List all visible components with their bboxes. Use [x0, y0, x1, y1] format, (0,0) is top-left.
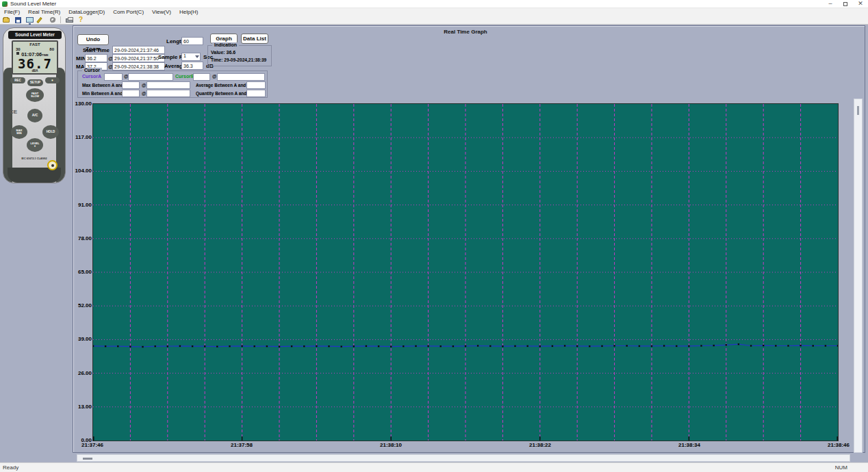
cursor-b-value-field[interactable]	[193, 73, 210, 81]
y-tick-label: 39.00	[74, 336, 92, 342]
title-bar: Sound Level Meter – ✕	[0, 0, 868, 8]
save-icon	[15, 17, 21, 23]
menu-datalogger[interactable]: DataLogger(D)	[64, 8, 109, 16]
y-tick-label: 117.00	[74, 134, 92, 140]
cursor-b-label: CursorB	[175, 74, 194, 79]
menu-com-port[interactable]: Com Port(C)	[109, 8, 148, 16]
max-between-at-symbol: @	[142, 83, 146, 88]
max-between-time-field[interactable]	[146, 81, 190, 89]
menu-file[interactable]: File(F)	[0, 8, 24, 16]
minimize-button[interactable]: –	[823, 0, 838, 8]
sample-rate-value: 1	[183, 53, 186, 58]
indication-time: Time: 29-09-2024,21:38:39	[211, 57, 266, 62]
y-tick-label: 26.00	[74, 370, 92, 376]
vertical-scrollbar[interactable]	[854, 99, 863, 453]
device-hold-button: HOLD	[42, 125, 59, 139]
x-tick-label: 21:37:46	[77, 442, 107, 448]
length-field[interactable]	[181, 37, 203, 45]
max-time-field[interactable]	[112, 62, 165, 70]
device-backlight-button: ✶	[45, 77, 60, 83]
stop-button[interactable]	[48, 16, 58, 24]
cursor-a-value-field[interactable]	[104, 73, 123, 81]
y-tick-label: 130.00	[74, 101, 92, 107]
y-tick-label: 13.00	[74, 404, 92, 410]
menu-help[interactable]: Help(H)	[175, 8, 203, 16]
save-button[interactable]	[13, 16, 23, 24]
device-level-button: LEVEL ▼	[27, 138, 43, 152]
y-tick-label: 52.00	[74, 302, 92, 309]
cursor-b-at-symbol: @	[212, 74, 216, 79]
device-ac-button: A/C	[27, 109, 42, 122]
undo-zoom-button[interactable]: Undo Zoom	[77, 34, 109, 45]
lcd-mode: FAST	[13, 42, 57, 47]
device-slow-label: SLOW	[31, 95, 39, 98]
device-rec-button: REC	[10, 77, 25, 83]
close-button[interactable]: ✕	[853, 0, 868, 8]
sound-level-meter-image: Sound Level Meter FAST 30 80 01:07:06TIM…	[3, 27, 66, 183]
x-tick-label: 21:38:34	[674, 442, 704, 448]
x-tick-label: 21:38:10	[376, 442, 406, 448]
min-between-value-field[interactable]	[122, 90, 140, 97]
menu-real-time[interactable]: Real Time(R)	[24, 8, 64, 16]
open-icon	[3, 18, 10, 23]
indication-title: Indication	[212, 42, 239, 47]
real-time-chart[interactable]	[92, 103, 839, 441]
menu-bar: File(F) Real Time(R) DataLogger(D) Com P…	[0, 8, 868, 16]
toolbar: ?	[0, 16, 868, 25]
device-spec-label: IEC 61672-1 CLASS2	[3, 157, 65, 160]
indication-groupbox: Indication Value: 36.6 Time: 29-09-2024,…	[207, 45, 272, 66]
open-button[interactable]	[1, 16, 12, 24]
data-list-button[interactable]: Data List	[241, 34, 268, 44]
average-between-field[interactable]	[246, 81, 266, 89]
maximize-icon	[843, 2, 847, 6]
max-between-label: Max Between A and B	[82, 83, 128, 88]
x-tick-label: 21:37:58	[227, 442, 257, 448]
help-icon: ?	[79, 16, 83, 23]
cursor-groupbox: Cursor CursorA @ CursorB @ Max Between A…	[77, 70, 268, 98]
min-between-label: Min Between A and B	[82, 91, 127, 96]
min-between-at-symbol: @	[142, 91, 146, 96]
cursor-a-time-field[interactable]	[128, 73, 173, 81]
min-between-time-field[interactable]	[146, 90, 190, 97]
y-tick-label: 78.00	[74, 235, 92, 241]
help-button[interactable]: ?	[76, 16, 86, 24]
min-value-field[interactable]	[85, 54, 107, 62]
start-time-field[interactable]	[112, 46, 165, 54]
horizontal-scrollbar[interactable]	[77, 454, 850, 462]
chart-plot-area[interactable]	[93, 104, 838, 441]
average-between-label: Average Between A and B	[196, 83, 251, 88]
status-num: NUM	[835, 464, 847, 471]
quantity-between-field[interactable]	[246, 90, 266, 97]
panel-title: Real Time Graph	[93, 29, 838, 35]
start-time-label: Start Time	[83, 47, 110, 53]
ce-mark: CE	[10, 109, 17, 115]
menu-view[interactable]: View(V)	[148, 8, 175, 16]
device-body: Sound Level Meter FAST 30 80 01:07:06TIM…	[3, 27, 66, 183]
lcd-unit: dBA	[13, 69, 57, 73]
quantity-between-label: Quantity Between A and B	[196, 91, 251, 96]
y-tick-label: 104.00	[74, 168, 92, 174]
stop-icon	[50, 17, 55, 23]
horizontal-scrollbar-thumb[interactable]	[83, 458, 92, 460]
print-button[interactable]	[64, 16, 75, 24]
real-time-graph-button[interactable]	[25, 16, 35, 24]
toolbar-separator	[60, 16, 61, 23]
monitor-icon	[26, 17, 34, 23]
status-ready: Ready	[3, 464, 18, 471]
min-time-field[interactable]	[112, 54, 165, 62]
status-bar: Ready NUM	[0, 462, 868, 472]
datalogger-setup-button[interactable]	[36, 16, 47, 24]
device-header-label: Sound Level Meter	[8, 31, 62, 39]
y-tick-label: 65.00	[74, 269, 92, 275]
pen-icon	[36, 17, 42, 23]
sample-rate-select[interactable]: 1	[181, 53, 201, 61]
maximize-button[interactable]	[838, 0, 853, 8]
max-between-value-field[interactable]	[122, 81, 140, 89]
window-title: Sound Level Meter	[10, 1, 56, 7]
x-tick-label: 21:38:46	[824, 442, 854, 448]
indication-value: Value: 36.6	[211, 50, 235, 55]
cursor-b-time-field[interactable]	[217, 73, 265, 81]
average-field[interactable]	[181, 62, 203, 70]
vertical-scrollbar-thumb[interactable]	[857, 106, 859, 115]
y-tick-label: 91.00	[74, 202, 92, 208]
